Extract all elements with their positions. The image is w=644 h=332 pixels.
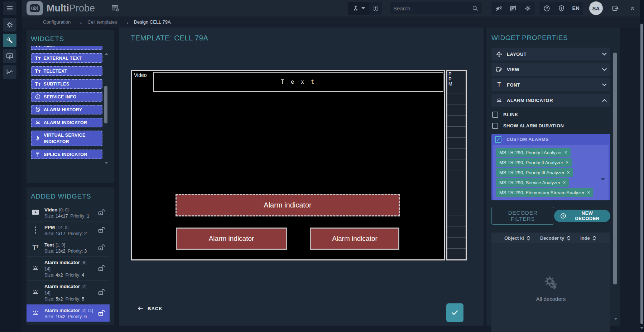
added-widget-row-ppm[interactable]: PPM [14; 0] Size: 1x17 Priority: 2 (27, 221, 110, 239)
show-alarm-duration-checkbox-row[interactable]: SHOW ALARM DURATION (492, 123, 610, 129)
sort-icon[interactable] (566, 235, 571, 241)
rail-monitor-button[interactable] (3, 49, 16, 63)
collapse-topbar-button[interactable] (628, 4, 638, 13)
app-logo[interactable] (27, 1, 43, 15)
rail-settings-button[interactable] (3, 18, 16, 31)
decoder-filters-button[interactable]: DECODER FILTERS (491, 207, 554, 225)
widget-button-service-info[interactable]: SERVICE INFO (31, 92, 102, 102)
alarm-indicator-widget[interactable]: Alarm indicator (176, 228, 287, 250)
back-button[interactable]: BACK (137, 305, 163, 312)
alarm-dropdown-caret[interactable] (601, 178, 605, 181)
ppm-widget-preview[interactable]: P P M (446, 70, 467, 260)
remove-tag-icon[interactable]: × (566, 160, 568, 165)
search-input[interactable] (393, 5, 472, 11)
alarm-tag[interactable]: MS TR-290, Priority III Analyzer× (496, 168, 573, 177)
remove-tag-icon[interactable]: × (567, 170, 570, 175)
added-widget-row-text[interactable]: TT Text [1; 0] Size: 13x2 Priority: 3 (27, 239, 110, 257)
custom-alarms-header[interactable]: ✓ CUSTOM ALARMS (491, 134, 610, 145)
brightness-icon[interactable] (524, 5, 532, 12)
show-alarm-duration-checkbox[interactable] (492, 123, 498, 129)
templates-grid-button[interactable] (109, 3, 121, 14)
text-widget-preview[interactable]: T e x t (153, 72, 443, 92)
section-font[interactable]: T FONT (491, 78, 610, 91)
remove-tag-icon[interactable]: × (564, 150, 567, 155)
remove-tag-icon[interactable]: × (563, 180, 566, 185)
mapping-dropdown-caret[interactable] (361, 7, 365, 9)
window-scrollbar-thumb[interactable] (640, 24, 643, 324)
widgets-panel-title: WIDGETS (31, 35, 114, 43)
rail-analytics-button[interactable] (3, 65, 16, 79)
hamburger-menu-button[interactable] (3, 1, 16, 15)
section-alarm-indicator[interactable]: ALARM INDICATOR (491, 94, 610, 107)
widget-list-scrollbar-thumb[interactable] (104, 86, 107, 123)
added-widget-info: Alarm indicator [2; 14] Size: 5x2 Priori… (44, 283, 93, 302)
blink-checkbox-row[interactable]: BLINK (492, 112, 610, 118)
text-icon: TT (35, 55, 41, 61)
breadcrumb-configuration[interactable]: Configuration (43, 19, 71, 25)
search-icon[interactable] (472, 5, 479, 12)
added-widget-row-video[interactable]: Video [0; 0] Size: 14x17 Priority: 1 (27, 204, 110, 221)
unlock-icon[interactable] (97, 288, 106, 296)
rail-design-tools-button[interactable] (3, 34, 16, 47)
blink-checkbox[interactable] (492, 112, 498, 118)
widget-list-scroll-up[interactable] (105, 53, 108, 55)
brand-title: MultiProbe (47, 0, 95, 16)
widget-button-virtual-service-indicator[interactable]: VIRTUAL SERVICE INDICATOR (31, 131, 102, 146)
section-view[interactable]: VIEW (491, 63, 610, 76)
widget-button-subtitles[interactable]: TT SUBTITLES (31, 79, 102, 89)
custom-alarms-checkbox-checked[interactable]: ✓ (495, 136, 501, 143)
security-shield-icon[interactable] (558, 5, 565, 12)
added-widget-name: Alarm indicator (44, 260, 80, 265)
alarm-tag[interactable]: MS TR-290, Priority I Analyzer× (496, 148, 571, 157)
confirm-button[interactable] (446, 303, 463, 322)
added-widget-row-alarm-indicator-5[interactable]: Alarm indicator [2; 14] Size: 5x2 Priori… (27, 280, 110, 304)
alarm-indicator-widget-selected[interactable]: Alarm indicator (176, 194, 400, 216)
widget-button-label: VIRTUAL SERVICE INDICATOR (44, 132, 98, 145)
language-selector[interactable]: EN (572, 5, 580, 11)
window-scroll-down[interactable] (640, 327, 644, 329)
added-widget-meta: Size: 4x2 Priority: 4 (44, 273, 93, 278)
column-object-kind[interactable]: Object ki (504, 235, 531, 241)
template-canvas: TEMPLATE: CELL 79A Video T e x t P P M A… (119, 28, 484, 326)
widget-list-scroll-down[interactable] (105, 162, 108, 164)
messages-off-icon[interactable] (509, 5, 517, 12)
tool-rail (0, 0, 22, 332)
unlock-icon[interactable] (97, 209, 106, 216)
bookmark-add-button[interactable] (369, 2, 382, 15)
section-layout[interactable]: LAYOUT (491, 48, 610, 60)
widget-button-text[interactable]: TT TEXT (31, 46, 102, 50)
unlock-icon[interactable] (97, 264, 106, 272)
text-icon: TT (31, 245, 40, 251)
new-decoder-button[interactable]: NEW DECODER (554, 210, 610, 222)
alarm-indicator-widget[interactable]: Alarm indicator (310, 228, 399, 250)
breadcrumb-cell-templates[interactable]: Cell templates (87, 19, 117, 25)
remove-tag-icon[interactable]: × (587, 190, 590, 195)
added-widget-row-alarm-indicator-4[interactable]: Alarm indicator [8; 14] Size: 4x2 Priori… (27, 257, 110, 280)
widget-button-external-text[interactable]: TT EXTERNAL TEXT (31, 53, 102, 63)
added-widget-row-alarm-indicator-6-selected[interactable]: Alarm indicator [2; 11] Size: 10x2 Prior… (27, 304, 110, 322)
help-icon[interactable] (543, 5, 551, 12)
widget-button-splice-indicator[interactable]: SPLICE INDICATOR (31, 150, 102, 159)
unlock-icon[interactable] (97, 244, 106, 252)
unlock-icon[interactable] (97, 226, 106, 234)
user-avatar[interactable]: SA (589, 1, 603, 15)
logout-button[interactable] (610, 4, 620, 13)
properties-scrollbar-thumb[interactable] (613, 53, 617, 284)
mapping-button[interactable] (348, 2, 369, 15)
custom-alarm-tags-area[interactable]: MS TR-290, Priority I Analyzer× MS TR-29… (493, 145, 609, 200)
widget-button-teletext[interactable]: TT TELETEXT (31, 66, 102, 76)
sort-icon[interactable] (592, 235, 597, 241)
alarm-tag[interactable]: MS TR-290, Elementary Stream Analyzer× (496, 188, 593, 197)
volume-muted-icon[interactable] (495, 5, 503, 12)
column-index[interactable]: Inde (580, 235, 597, 241)
widget-button-alarm-history[interactable]: ALARM HISTORY (31, 105, 102, 114)
column-decoder-type[interactable]: Decoder ty (540, 235, 571, 241)
unlock-icon[interactable] (97, 309, 106, 317)
alarm-tag[interactable]: MS TR-290, Service Analyzer× (496, 178, 569, 187)
sort-icon[interactable] (526, 235, 531, 241)
alarm-tag[interactable]: MS TR-290, Priority II Analyzer× (496, 158, 572, 167)
widget-properties-title: WIDGET PROPERTIES (491, 34, 610, 42)
widget-button-label: ALARM INDICATOR (44, 120, 87, 125)
widget-button-alarm-indicator[interactable]: ALARM INDICATOR (31, 118, 102, 127)
properties-scroll-down[interactable] (614, 318, 617, 320)
